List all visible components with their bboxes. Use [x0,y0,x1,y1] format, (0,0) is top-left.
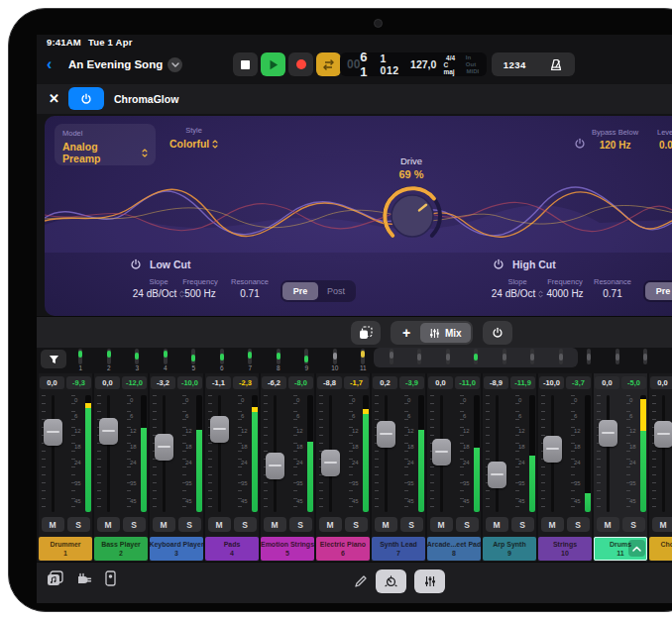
add-channel-button[interactable]: + [392,323,420,343]
mute-button[interactable]: M [97,517,120,532]
track-tile[interactable]: Strings10 [538,537,592,561]
low-cut-pre-button[interactable]: Pre [282,282,318,300]
level-value[interactable]: -12,0 [122,376,147,389]
channel-power-button[interactable] [483,321,512,345]
pan-value[interactable]: -8,8 [317,376,342,389]
pan-value[interactable]: -3,2 [151,376,175,389]
overview-slot[interactable]: 7 [236,348,265,373]
low-cut-post-button[interactable]: Post [318,282,354,300]
fader-handle[interactable] [99,418,118,445]
level-value[interactable]: -2,3 [233,376,258,389]
solo-button[interactable]: S [511,517,534,532]
fader-handle[interactable] [155,434,173,461]
track-tile[interactable]: Bass Player2 [94,537,148,561]
solo-button[interactable]: S [123,517,146,532]
pan-value[interactable]: -8,9 [484,376,508,389]
pan-value[interactable]: -6,2 [262,376,286,389]
mute-button[interactable]: M [208,517,231,532]
play-button[interactable] [261,52,285,76]
level-value[interactable]: -1,7 [344,376,369,389]
pan-value[interactable]: 0,0 [650,376,672,389]
collapse-chevron-button[interactable] [628,540,645,557]
track-tile[interactable]: Emotion Strings5 [261,537,314,561]
pan-value[interactable]: 0,0 [40,376,64,389]
high-cut-frequency[interactable]: Frequency 4000 Hz [536,277,594,299]
track-tile[interactable]: Arcade...eet Pad8 [427,537,481,561]
record-button[interactable] [288,52,313,76]
pan-value[interactable]: 0,2 [373,376,397,389]
high-cut-power-icon[interactable] [493,258,504,270]
overview-slot[interactable] [547,348,576,373]
solo-button[interactable]: S [622,517,645,532]
overview-slot[interactable] [575,348,604,373]
solo-button[interactable]: S [178,517,201,532]
pan-value[interactable]: 0,0 [95,376,120,389]
solo-button[interactable]: S [400,517,423,532]
level-value[interactable]: -9,3 [66,376,91,389]
overview-slot[interactable]: 6 [208,348,237,373]
overview-slot[interactable]: 8 [265,348,293,373]
pencil-icon[interactable] [354,574,368,588]
overview-slot[interactable]: 11 [349,348,378,373]
mix-view-button[interactable]: Mix [420,323,471,343]
low-cut-power-icon[interactable] [130,258,142,270]
track-tile[interactable]: Pads4 [205,537,259,561]
mute-button[interactable]: M [264,517,286,532]
fader-handle[interactable] [599,420,617,447]
mute-button[interactable]: M [541,517,564,532]
bypass-below-control[interactable]: Bypass Below 120 Hz [592,128,638,151]
mute-button[interactable]: M [42,517,64,532]
browser-icon[interactable] [47,570,63,586]
mute-button[interactable]: M [319,517,342,532]
overview-slot[interactable] [660,348,672,373]
high-cut-pre-button[interactable]: Pre [645,282,672,300]
drive-knob[interactable] [380,183,445,249]
bypass-power-icon[interactable] [574,138,586,150]
mute-button[interactable]: M [430,517,453,532]
overview-slot[interactable]: 2 [95,348,124,373]
solo-button[interactable]: S [567,517,590,532]
level-value[interactable]: -8,0 [288,376,313,389]
style-selector[interactable]: Style Colorful [169,126,218,150]
plugin-power-button[interactable] [68,87,104,110]
model-selector[interactable]: Model Analog Preamp [55,124,156,165]
solo-button[interactable]: S [345,517,368,532]
fader-handle[interactable] [44,419,62,446]
pan-value[interactable]: 0,0 [428,376,453,389]
overview-slot[interactable]: 9 [292,348,321,373]
high-cut-resonance[interactable]: Resonance 0.71 [588,277,637,299]
mute-button[interactable]: M [652,517,672,532]
overview-slot[interactable] [405,348,434,373]
fader-handle[interactable] [488,462,506,488]
low-cut-frequency[interactable]: Frequency 500 Hz [171,277,229,299]
back-chevron-icon[interactable]: ‹ [47,55,52,73]
overview-slot[interactable] [491,348,519,373]
lcd-display[interactable]: 00 6 1 1 012 127,0 4/4C maj In OutMIDI [340,52,487,76]
level-value[interactable]: -11,0 [455,376,480,389]
level-control[interactable]: Level 0.0 [657,128,672,151]
overview-slot[interactable] [434,348,463,373]
filter-button[interactable] [41,350,66,368]
track-tile[interactable]: Drums11 [594,537,647,561]
overview-slot[interactable] [631,348,660,373]
track-tile[interactable]: Keyboard Player3 [150,537,203,561]
overview-slot[interactable] [462,348,491,373]
close-plugin-icon[interactable]: ✕ [49,91,59,106]
fader-handle[interactable] [321,450,340,476]
level-value[interactable]: -10,0 [177,376,202,389]
mute-button[interactable]: M [153,517,175,532]
solo-button[interactable]: S [67,517,90,532]
song-menu-chevron-icon[interactable] [168,57,182,72]
level-value[interactable]: -3,9 [399,376,424,389]
pan-value[interactable]: -10,0 [539,376,564,389]
track-tile[interactable]: Arp Synth9 [483,537,536,561]
overview-slot[interactable] [378,348,406,373]
stop-button[interactable] [233,52,258,76]
overview-slot[interactable]: 10 [321,348,350,373]
overview-slot[interactable]: 4 [152,348,180,373]
overview-slot[interactable]: 3 [123,348,152,373]
pan-value[interactable]: -1,1 [206,376,231,389]
level-value[interactable]: -11,9 [510,376,535,389]
mute-button[interactable]: M [375,517,397,532]
fader-handle[interactable] [543,436,562,463]
